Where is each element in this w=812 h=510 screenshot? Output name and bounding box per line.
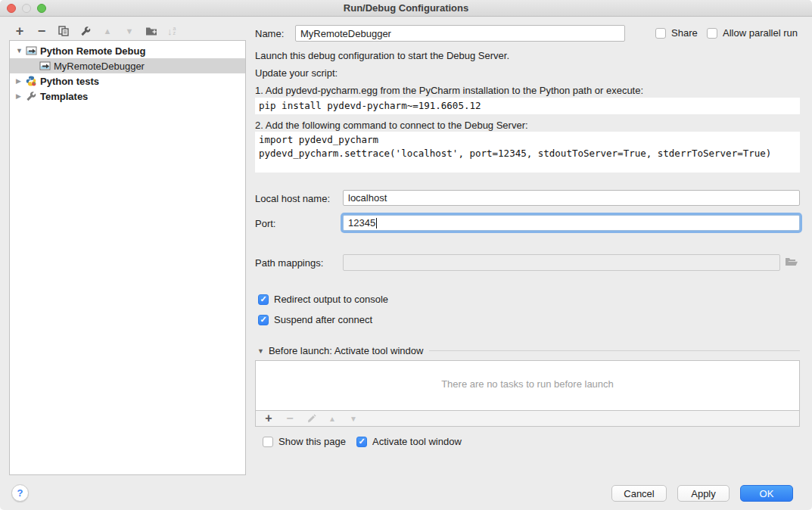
before-launch-header[interactable]: ▼ Before launch: Activate tool window [257,345,800,356]
redirect-output-row: Redirect output to console [258,294,388,305]
local-host-name-label: Local host name: [255,193,330,204]
suspend-after-connect-label: Suspend after connect [274,314,372,325]
share-label: Share [671,27,698,39]
instruction-step-2: 2. Add the following command to connect … [255,120,528,131]
chevron-right-icon[interactable]: ▶ [16,77,23,85]
settrace-code[interactable]: import pydevd_pycharm pydevd_pycharm.set… [255,132,800,173]
remote-debug-icon [25,45,37,56]
python-tests-icon [25,76,37,86]
no-tasks-message: There are no tasks to run before launch [256,378,799,390]
instruction-step-1: 1. Add pydevd-pycharm.egg from the PyCha… [255,85,643,96]
tree-item-python-remote-debug[interactable]: ▼ Python Remote Debug [10,43,245,58]
add-task-icon[interactable]: + [263,412,275,424]
pip-install-code[interactable]: pip install pydevd-pycharm~=191.6605.12 [255,98,800,114]
path-mappings-label: Path mappings: [255,257,323,269]
chevron-down-icon[interactable]: ▼ [16,47,23,54]
ok-button[interactable]: OK [740,485,793,502]
activate-tool-window-label: Activate tool window [372,436,462,447]
show-this-page-checkbox[interactable] [263,437,273,447]
chevron-right-icon[interactable]: ▶ [16,92,23,100]
local-host-name-input[interactable]: localhost [343,190,800,206]
redirect-output-checkbox[interactable] [258,294,269,305]
tree-item-label: Templates [40,91,88,102]
configurations-tree: ▼ Python Remote Debug MyRemoteDebugger ▶ [9,40,246,475]
move-down-icon: ▼ [123,25,135,37]
configurations-toolbar: + − ▲ ▼ ↓ az [14,23,176,39]
name-label: Name: [255,28,284,39]
allow-parallel-run-label: Allow parallel run [723,27,798,39]
instruction-line-2: Update your script: [255,67,338,79]
name-input[interactable]: MyRemoteDebugger [295,25,625,42]
redirect-output-label: Redirect output to console [274,294,388,305]
remove-task-icon: − [284,412,296,424]
activate-tool-window-checkbox[interactable] [356,437,367,447]
activate-tool-window-row: Activate tool window [356,436,462,447]
move-task-up-icon: ▲ [326,412,338,424]
port-value: 12345 [348,217,375,229]
move-up-icon: ▲ [101,25,114,37]
help-button[interactable]: ? [11,484,29,502]
tree-item-label: MyRemoteDebugger [54,61,145,72]
create-new-folder-icon[interactable] [145,25,157,37]
cancel-button[interactable]: Cancel [611,485,667,502]
edit-templates-icon[interactable] [79,25,92,37]
tree-item-label: Python tests [40,76,99,87]
before-launch-task-list[interactable]: There are no tasks to run before launch [255,360,800,411]
show-this-page-row: Show this page [263,436,346,447]
instruction-line-1: Launch this debug configuration to start… [255,50,509,61]
text-cursor [376,218,377,229]
copy-configuration-icon[interactable] [58,25,70,37]
port-label: Port: [255,218,275,229]
name-value: MyRemoteDebugger [300,28,391,39]
wrench-icon [25,91,37,101]
path-mappings-input[interactable] [343,254,780,271]
apply-button[interactable]: Apply [677,485,730,502]
settrace-code-line-1: import pydevd_pycharm [259,134,378,145]
add-configuration-icon[interactable]: + [14,25,26,37]
remote-debug-icon [39,61,51,71]
port-input[interactable]: 12345 [343,215,800,231]
task-list-toolbar: + − ▲ ▼ [255,411,800,427]
edit-task-icon [305,412,317,424]
move-task-down-icon: ▼ [347,412,359,424]
suspend-after-connect-row: Suspend after connect [258,314,372,325]
show-this-page-label: Show this page [278,436,346,447]
tree-item-python-tests[interactable]: ▶ Python tests [10,73,245,89]
run-debug-configurations-dialog: Run/Debug Configurations + − ▲ ▼ ↓ az ▼ … [0,0,812,510]
open-folder-icon[interactable] [785,257,798,269]
tree-item-templates[interactable]: ▶ Templates [10,89,245,104]
tree-item-myremotedebugger[interactable]: MyRemoteDebugger [10,58,245,73]
settrace-code-line-2: pydevd_pycharm.settrace('localhost', por… [259,148,771,159]
share-checkbox[interactable] [655,28,666,39]
titlebar: Run/Debug Configurations [0,0,812,17]
remove-configuration-icon[interactable]: − [36,25,48,37]
section-divider [429,350,800,351]
share-checkbox-row: Share [655,27,698,39]
chevron-down-icon[interactable]: ▼ [257,347,264,355]
before-launch-title: Before launch: Activate tool window [269,345,424,356]
allow-parallel-run-checkbox[interactable] [707,28,717,39]
window-title: Run/Debug Configurations [0,2,812,14]
allow-parallel-checkbox-row: Allow parallel run [707,27,798,39]
tree-item-label: Python Remote Debug [40,45,145,57]
suspend-after-connect-checkbox[interactable] [258,315,269,325]
local-host-name-value: localhost [348,192,387,204]
sort-alphabetically-icon: ↓ az [167,26,176,37]
